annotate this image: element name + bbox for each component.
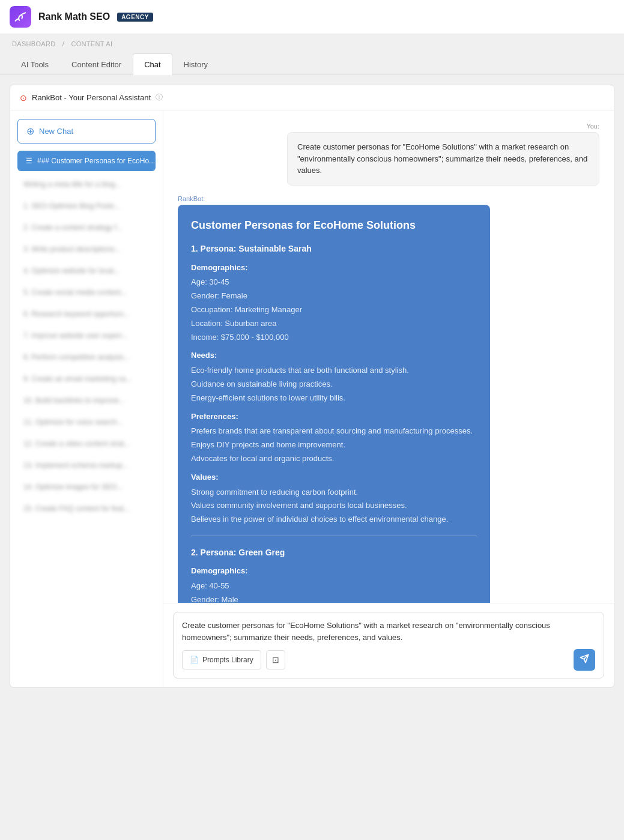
input-box: Create customer personas for "EcoHome So… <box>173 612 604 678</box>
persona1-pref3: Advocates for local and organic products… <box>191 453 477 465</box>
info-icon: ⓘ <box>156 92 163 103</box>
plus-icon: ⊕ <box>26 125 34 137</box>
new-chat-label: New Chat <box>39 127 73 136</box>
breadcrumb-separator: / <box>62 40 64 47</box>
persona1-occupation: Occupation: Marketing Manager <box>191 304 477 316</box>
tabs-bar: AI Tools Content Editor Chat History <box>0 53 624 75</box>
persona1-preferences-label: Preferences: <box>191 411 477 423</box>
input-text[interactable]: Create customer personas for "EcoHome So… <box>182 620 595 643</box>
main-panel: ⊙ RankBot - Your Personal Assistant ⓘ ⊕ … <box>10 85 614 687</box>
tab-history[interactable]: History <box>172 53 219 75</box>
main-content: ⊙ RankBot - Your Personal Assistant ⓘ ⊕ … <box>0 75 624 697</box>
agency-badge: AGENCY <box>117 13 153 22</box>
history-item[interactable]: 15. Create FAQ content for feat... <box>17 500 156 517</box>
persona1-need2: Guidance on sustainable living practices… <box>191 378 477 391</box>
user-bubble: Create customer personas for "EcoHome So… <box>287 132 599 186</box>
send-button[interactable] <box>574 649 595 671</box>
panel-body: ⊕ New Chat ☰ ### Customer Personas for E… <box>10 110 614 687</box>
breadcrumb: DASHBOARD / CONTENT AI <box>0 34 624 53</box>
history-item[interactable]: 10. Build backlinks to improve... <box>17 392 156 409</box>
book-icon: 📄 <box>190 656 199 664</box>
history-item[interactable]: 13. Implement schema markup... <box>17 457 156 474</box>
user-message: You: Create customer personas for "EcoHo… <box>287 122 599 186</box>
history-item[interactable]: 8. Perform competitive analysis... <box>17 349 156 366</box>
chat-input-area: Create customer personas for "EcoHome So… <box>163 603 614 687</box>
bot-message: RankBot: Customer Personas for EcoHome S… <box>178 195 490 603</box>
history-item[interactable]: 1. SEO-Optimize Blog Posts... <box>17 198 156 214</box>
chat-icon: ☰ <box>26 157 32 165</box>
persona1-pref1: Prefers brands that are transparent abou… <box>191 425 477 438</box>
prompts-library-label: Prompts Library <box>202 656 253 664</box>
app-title: Rank Math SEO <box>38 11 110 22</box>
persona1-need1: Eco-friendly home products that are both… <box>191 364 477 377</box>
rankbot-icon: ⊙ <box>20 93 27 103</box>
persona1-value2: Values community involvement and support… <box>191 500 477 512</box>
persona1-need3: Energy-efficient solutions to lower util… <box>191 392 477 405</box>
user-label: You: <box>287 122 599 130</box>
history-item[interactable]: 9. Create an email marketing ca... <box>17 370 156 387</box>
bot-bubble: Customer Personas for EcoHome Solutions … <box>178 205 490 603</box>
persona1-location: Location: Suburban area <box>191 318 477 330</box>
template-icon: ⊡ <box>272 655 279 665</box>
persona2-gender: Gender: Male <box>191 594 477 603</box>
history-item[interactable]: 7. Improve website user experi... <box>17 327 156 344</box>
persona1-value3: Believes in the power of individual choi… <box>191 513 477 526</box>
chat-template-button[interactable]: ⊡ <box>266 650 285 669</box>
history-item[interactable]: 14. Optimize images for SEO... <box>17 479 156 495</box>
active-chat-button[interactable]: ☰ ### Customer Personas for EcoHo... <box>17 151 156 171</box>
active-chat-label: ### Customer Personas for EcoHo... <box>37 157 155 165</box>
persona1-name: 1. Persona: Sustainable Sarah <box>191 242 477 255</box>
history-item[interactable]: 2. Create a content strategy f... <box>17 219 156 236</box>
input-actions: 📄 Prompts Library ⊡ <box>182 649 595 671</box>
tab-chat[interactable]: Chat <box>133 53 172 75</box>
persona1-income: Income: $75,000 - $100,000 <box>191 331 477 344</box>
persona2-age: Age: 40-55 <box>191 580 477 593</box>
history-item[interactable]: 12. Create a video content strat... <box>17 435 156 452</box>
persona1-age: Age: 30-45 <box>191 276 477 289</box>
chat-area: You: Create customer personas for "EcoHo… <box>163 110 614 687</box>
persona1-pref2: Enjoys DIY projects and home improvement… <box>191 439 477 452</box>
tab-ai-tools[interactable]: AI Tools <box>10 53 60 75</box>
persona2-demographics-label: Demographics: <box>191 565 477 578</box>
send-icon <box>580 654 589 666</box>
tab-content-editor[interactable]: Content Editor <box>60 53 133 75</box>
persona1-gender: Gender: Female <box>191 290 477 303</box>
history-item[interactable]: 6. Research keyword opportuni... <box>17 306 156 322</box>
input-left-actions: 📄 Prompts Library ⊡ <box>182 650 285 669</box>
persona-divider <box>191 536 477 536</box>
history-item[interactable]: 11. Optimize for voice search... <box>17 414 156 431</box>
history-item[interactable]: Writing a meta title for a blog... <box>17 176 156 193</box>
history-item[interactable]: 5. Create social media content... <box>17 284 156 301</box>
persona1-demographics-label: Demographics: <box>191 262 477 274</box>
panel-header: ⊙ RankBot - Your Personal Assistant ⓘ <box>10 85 614 110</box>
app-logo <box>10 6 31 28</box>
panel-title: RankBot - Your Personal Assistant <box>32 93 151 102</box>
bot-label: RankBot: <box>178 195 490 202</box>
breadcrumb-part2: CONTENT AI <box>71 40 112 47</box>
bot-response-title: Customer Personas for EcoHome Solutions <box>191 217 477 234</box>
chat-sidebar: ⊕ New Chat ☰ ### Customer Personas for E… <box>10 110 163 687</box>
persona1-value1: Strong commitment to reducing carbon foo… <box>191 486 477 499</box>
top-bar: Rank Math SEO AGENCY <box>0 0 624 34</box>
prompts-library-button[interactable]: 📄 Prompts Library <box>182 650 261 669</box>
breadcrumb-part1: DASHBOARD <box>12 40 55 47</box>
persona1-needs-label: Needs: <box>191 349 477 362</box>
history-item[interactable]: 4. Optimize website for local... <box>17 262 156 279</box>
history-item[interactable]: 3. Write product descriptions... <box>17 241 156 258</box>
chat-messages: You: Create customer personas for "EcoHo… <box>163 110 614 603</box>
persona2-name: 2. Persona: Green Greg <box>191 546 477 559</box>
persona1-values-label: Values: <box>191 471 477 484</box>
new-chat-button[interactable]: ⊕ New Chat <box>17 119 156 144</box>
